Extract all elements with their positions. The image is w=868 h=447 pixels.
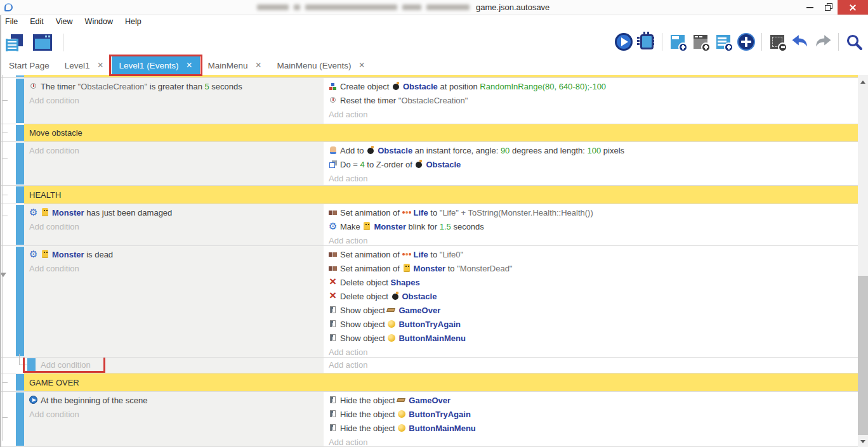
- menu-edit[interactable]: Edit: [30, 17, 44, 26]
- scrollbar-thumb[interactable]: [858, 276, 868, 435]
- minimize-button[interactable]: [801, 0, 819, 15]
- vertical-scrollbar[interactable]: [858, 75, 868, 447]
- comment-cell[interactable]: [24, 75, 858, 77]
- text-segment: Set animation of: [340, 264, 402, 273]
- text-segment: seconds: [451, 222, 484, 231]
- condition-line[interactable]: Monster has just been damaged: [29, 206, 324, 220]
- debug-button[interactable]: [636, 30, 657, 53]
- add-action-button[interactable]: Add action: [329, 172, 858, 186]
- text-segment: is greater than: [147, 82, 204, 91]
- condition-line[interactable]: Monster is dead: [29, 248, 324, 262]
- menu-window[interactable]: Window: [85, 17, 113, 26]
- action-line[interactable]: Hide the object ButtonTryAgain: [329, 408, 858, 422]
- add-condition-button[interactable]: Add condition: [29, 262, 324, 276]
- comment-cell[interactable]: Move obstacle: [24, 124, 858, 141]
- text-segment: blink for: [406, 222, 440, 231]
- tab-close-icon[interactable]: [98, 61, 104, 70]
- menu-file[interactable]: File: [5, 17, 18, 26]
- add-other-event-button[interactable]: [735, 30, 757, 53]
- text-segment: "Life0": [440, 250, 463, 259]
- action-line[interactable]: Create object Obstacle at position Rando…: [329, 80, 858, 94]
- play-icon: [615, 33, 633, 51]
- tab-close-icon[interactable]: [358, 61, 365, 70]
- comment-cell[interactable]: GAME OVER: [24, 373, 858, 391]
- action-line[interactable]: Show object GameOver: [329, 304, 858, 318]
- text-segment: Set animation of: [340, 208, 402, 217]
- action-line[interactable]: Hide the object ButtonMainMenu: [329, 422, 858, 436]
- scroll-down-icon[interactable]: [860, 440, 865, 443]
- action-line[interactable]: Set animation of Life to "Life" + ToStri…: [329, 206, 858, 220]
- event-selection-bar[interactable]: [16, 125, 24, 141]
- action-line[interactable]: Delete object Obstacle: [329, 290, 858, 304]
- remove-event-button[interactable]: [766, 30, 788, 53]
- add-condition-button[interactable]: Add condition: [41, 358, 324, 372]
- event-selection-bar[interactable]: [16, 392, 24, 446]
- conditions-cell: Add condition: [24, 142, 324, 185]
- sub-event-row: Add conditionAdd action: [0, 358, 858, 373]
- action-line[interactable]: Show object ButtonMainMenu: [329, 332, 858, 346]
- tab-close-icon[interactable]: [186, 61, 192, 70]
- add-action-button[interactable]: Add action: [329, 358, 858, 372]
- event-selection-bar[interactable]: [27, 358, 36, 372]
- search-button[interactable]: [843, 30, 865, 53]
- text-segment: Show object: [340, 320, 387, 329]
- event-selection-bar[interactable]: [16, 247, 24, 356]
- action-line[interactable]: Show object ButtonTryAgain: [329, 318, 858, 332]
- editor-window-button[interactable]: [32, 31, 53, 54]
- redo-button[interactable]: [812, 30, 834, 53]
- event-selection-bar[interactable]: [16, 186, 24, 203]
- tab-close-icon[interactable]: [255, 61, 261, 70]
- action-line[interactable]: Delete object Shapes: [329, 276, 858, 290]
- title-bar: game.json.autosave: [0, 0, 868, 15]
- event-selection-bar[interactable]: [16, 79, 24, 123]
- gear-icon: [29, 250, 39, 259]
- event-selection-bar[interactable]: [16, 374, 24, 391]
- action-line[interactable]: Add to Obstacle an instant force, angle:…: [329, 144, 858, 158]
- tab-level1[interactable]: Level1: [57, 56, 112, 75]
- event-selection-bar[interactable]: [16, 75, 24, 77]
- action-line[interactable]: Hide the object GameOver: [329, 394, 858, 408]
- close-button[interactable]: [838, 0, 868, 15]
- add-action-button[interactable]: Add action: [329, 108, 858, 122]
- action-line[interactable]: Reset the timer "ObstacleCreation": [329, 94, 858, 108]
- condition-line[interactable]: At the beginning of the scene: [29, 394, 324, 408]
- add-condition-button[interactable]: Add condition: [29, 94, 324, 108]
- action-line[interactable]: Make Monster blink for 1.5 seconds: [329, 220, 858, 234]
- condition-line[interactable]: The timer "ObstacleCreation" is greater …: [29, 80, 324, 94]
- action-line[interactable]: Do = 4 to Z-order of Obstacle: [329, 158, 858, 172]
- add-condition-button[interactable]: Add condition: [29, 144, 324, 158]
- add-event-button[interactable]: [667, 30, 688, 53]
- add-comment-button[interactable]: [713, 30, 734, 53]
- tab-level1-events[interactable]: Level1 (Events): [112, 56, 201, 75]
- redacted-title-text: [402, 4, 421, 10]
- event-selection-bar[interactable]: [16, 143, 24, 185]
- add-action-button[interactable]: Add action: [329, 234, 858, 246]
- scroll-up-icon[interactable]: [860, 81, 865, 84]
- add-condition-button[interactable]: Add condition: [29, 220, 324, 234]
- add-action-button[interactable]: Add action: [329, 436, 858, 447]
- event-selection-bar[interactable]: [16, 205, 24, 245]
- tab-mainmenu-events[interactable]: MainMenu (Events): [269, 56, 372, 75]
- comment-cell[interactable]: HEALTH: [24, 186, 858, 204]
- event-tree-rail: [0, 78, 16, 124]
- menu-view[interactable]: View: [56, 17, 73, 26]
- undo-icon: [792, 35, 808, 49]
- text-segment: "ObstacleCreation": [78, 82, 148, 91]
- action-line[interactable]: Set animation of Monster to "MonsterDead…: [329, 262, 858, 276]
- text-segment: Obstacle: [402, 292, 437, 301]
- add-subevent-button[interactable]: [690, 30, 711, 53]
- comment-text: GAME OVER: [29, 378, 79, 387]
- project-manager-button[interactable]: [4, 31, 25, 54]
- undo-button[interactable]: [789, 30, 811, 53]
- play-button[interactable]: [613, 30, 635, 53]
- restore-button[interactable]: [819, 0, 838, 15]
- tab-start-page[interactable]: Start Page: [1, 56, 57, 75]
- add-action-button[interactable]: Add action: [329, 346, 858, 358]
- tab-mainmenu[interactable]: MainMenu: [200, 56, 269, 75]
- toolbar: [0, 28, 868, 56]
- add-condition-button[interactable]: Add condition: [29, 408, 324, 422]
- menu-help[interactable]: Help: [125, 17, 141, 26]
- text-segment: Monster: [414, 264, 446, 273]
- action-line[interactable]: Set animation of Life to "Life0": [329, 248, 858, 262]
- monster-icon: [41, 208, 50, 217]
